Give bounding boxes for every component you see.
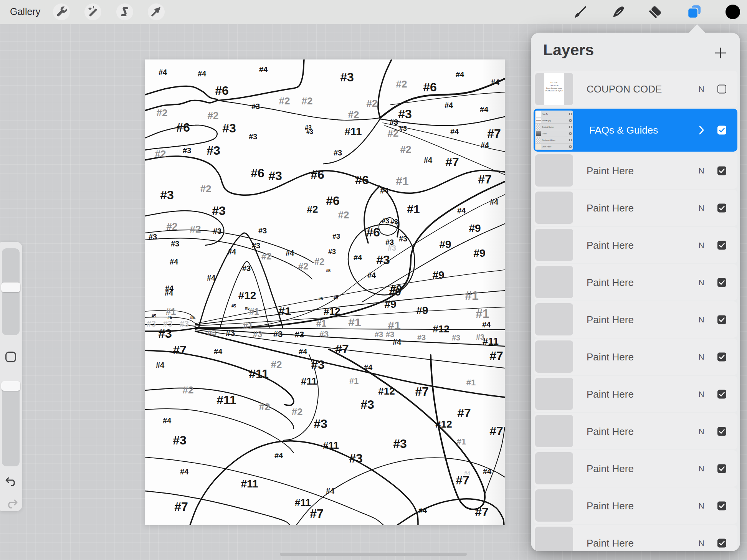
svg-text:#6: #6 [326, 194, 340, 208]
svg-text:#3: #3 [268, 169, 282, 183]
svg-text:#3: #3 [251, 102, 260, 111]
svg-text:#12: #12 [435, 418, 452, 430]
svg-text:#6: #6 [215, 84, 229, 97]
svg-text:#12: #12 [238, 289, 256, 301]
svg-text:#1: #1 [249, 306, 259, 317]
svg-text:#2: #2 [302, 95, 313, 107]
svg-text:#4: #4 [163, 416, 172, 425]
svg-text:#4: #4 [228, 248, 236, 256]
svg-text:#11: #11 [323, 439, 339, 451]
svg-text:#1: #1 [316, 318, 327, 329]
svg-text:#4: #4 [198, 69, 207, 78]
svg-text:#3: #3 [252, 241, 260, 250]
svg-text:#4: #4 [170, 258, 178, 266]
svg-text:#1: #1 [348, 316, 361, 329]
svg-text:#3: #3 [398, 107, 412, 121]
svg-text:#2: #2 [298, 261, 309, 271]
svg-text:#4: #4 [364, 363, 373, 372]
svg-text:#3: #3 [295, 330, 304, 339]
svg-text:#3: #3 [349, 451, 363, 465]
svg-text:#7: #7 [174, 500, 188, 514]
svg-text:#4: #4 [156, 361, 165, 369]
svg-text:#9: #9 [416, 304, 428, 316]
svg-text:#11: #11 [295, 497, 311, 508]
svg-text:#5: #5 [326, 268, 331, 273]
svg-text:#4: #4 [207, 274, 216, 282]
svg-text:#3: #3 [328, 248, 336, 256]
svg-text:#5: #5 [318, 296, 323, 301]
svg-text:#2: #2 [200, 183, 212, 195]
svg-text:#1: #1 [278, 305, 291, 317]
svg-text:#5: #5 [334, 296, 338, 300]
svg-text:#4: #4 [326, 487, 335, 495]
svg-text:#12: #12 [433, 323, 449, 335]
svg-text:#7: #7 [310, 507, 324, 520]
svg-text:#3: #3 [388, 244, 396, 252]
svg-text:#6: #6 [366, 225, 380, 239]
svg-text:#3: #3 [207, 144, 220, 157]
svg-text:#4: #4 [380, 187, 389, 195]
svg-text:#3: #3 [306, 129, 313, 135]
svg-text:#3: #3 [222, 121, 236, 135]
svg-text:#2: #2 [396, 78, 407, 90]
svg-text:#4: #4 [450, 127, 459, 136]
svg-text:#3: #3 [386, 330, 394, 339]
svg-text:#3: #3 [160, 188, 174, 202]
svg-text:#12: #12 [324, 306, 340, 317]
svg-text:#4: #4 [424, 156, 433, 164]
svg-text:#2: #2 [338, 209, 349, 221]
svg-text:#1: #1 [396, 175, 408, 187]
svg-text:#9: #9 [389, 286, 401, 298]
svg-text:#1: #1 [466, 378, 476, 387]
svg-text:#3: #3 [334, 149, 342, 157]
svg-text:#3: #3 [253, 329, 262, 339]
svg-text:#3: #3 [147, 319, 156, 329]
svg-text:#3: #3 [417, 333, 426, 342]
svg-text:#2: #2 [400, 144, 412, 155]
svg-text:#11: #11 [344, 126, 362, 137]
svg-text:#2: #2 [367, 97, 378, 109]
svg-text:#4: #4 [393, 338, 402, 346]
svg-text:#7: #7 [445, 155, 459, 169]
svg-text:#3: #3 [360, 398, 374, 411]
svg-text:#4: #4 [457, 206, 466, 215]
svg-text:#2: #2 [271, 359, 282, 370]
svg-text:#2: #2 [208, 110, 219, 121]
svg-text:#5: #5 [231, 304, 236, 308]
svg-text:#2: #2 [314, 256, 325, 267]
svg-text:#3: #3 [399, 125, 407, 132]
svg-text:#7: #7 [456, 473, 469, 487]
svg-text:#3: #3 [273, 329, 283, 339]
svg-text:#1: #1 [243, 320, 253, 331]
svg-text:#9: #9 [439, 238, 451, 250]
svg-text:#6: #6 [251, 166, 264, 180]
svg-text:#3: #3 [376, 253, 390, 267]
svg-text:#3: #3 [311, 358, 325, 372]
svg-text:#1: #1 [349, 376, 359, 386]
svg-text:#3: #3 [390, 218, 398, 226]
svg-text:#7: #7 [415, 385, 429, 398]
svg-text:#9: #9 [469, 222, 481, 234]
svg-text:#2: #2 [190, 223, 201, 235]
svg-text:#3: #3 [173, 433, 187, 447]
svg-text:#3: #3 [452, 334, 460, 342]
svg-text:#2: #2 [157, 107, 168, 119]
svg-text:#7: #7 [457, 406, 471, 420]
svg-text:#1: #1 [407, 203, 420, 215]
svg-text:#2: #2 [348, 109, 359, 121]
svg-text:#6: #6 [423, 80, 437, 94]
svg-text:#3: #3 [249, 132, 257, 141]
svg-text:#3: #3 [314, 417, 327, 431]
svg-text:#2: #2 [261, 251, 272, 261]
svg-text:#11: #11 [241, 478, 258, 490]
svg-text:#6: #6 [176, 121, 190, 134]
svg-text:#1: #1 [457, 437, 466, 446]
svg-text:#3: #3 [212, 204, 226, 218]
svg-text:#4: #4 [299, 347, 307, 356]
svg-text:#4: #4 [180, 467, 189, 476]
svg-text:#2: #2 [167, 221, 178, 232]
svg-text:#3: #3 [207, 328, 216, 337]
svg-text:#4: #4 [354, 253, 362, 262]
svg-text:#3: #3 [393, 437, 407, 451]
svg-text:#3: #3 [213, 227, 221, 235]
